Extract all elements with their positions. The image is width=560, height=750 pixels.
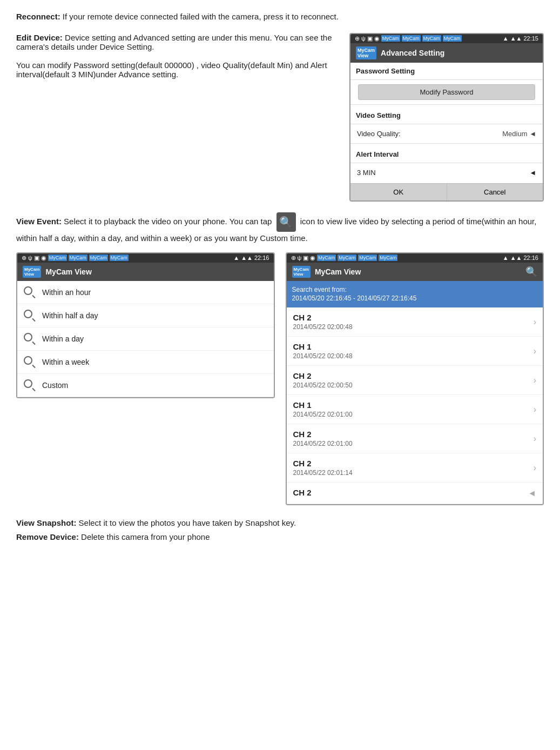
event-date-5: 2014/05/22 02:01:00 xyxy=(293,440,353,447)
event-ch-6: CH 2 xyxy=(293,459,353,468)
menu-label-5: Custom xyxy=(42,381,68,390)
statusbar-right: ▲ ▲▲ 22:15 xyxy=(503,35,538,42)
arrow-2: › xyxy=(534,346,536,356)
event-ch-3: CH 2 xyxy=(293,371,353,380)
statusbar-left-icons: ⊕ ψ ▣ ◉ MyCam MyCam MyCam MyCam xyxy=(355,35,462,42)
edit-device-text: Edit Device: Device setting and Advanced… xyxy=(16,33,333,202)
left-statusbar: ⊕ ψ ▣ ◉ MyCam MyCam MyCam MyCam ▲ ▲▲ 22:… xyxy=(17,253,274,263)
event-ch-4: CH 1 xyxy=(293,400,353,410)
arrow-4: › xyxy=(534,405,536,414)
advanced-setting-title: Advanced Setting xyxy=(381,49,444,57)
event-date-3: 2014/05/22 02:00:50 xyxy=(293,381,353,389)
edit-device-section: Edit Device: Device setting and Advanced… xyxy=(16,33,544,202)
right-logo: MyCamView xyxy=(292,266,311,278)
mycam-logo: MyCamView xyxy=(356,46,376,59)
left-phone-title: MyCam View xyxy=(45,267,91,276)
event-item-3[interactable]: CH 2 2014/05/22 02:00:50 › xyxy=(287,366,543,395)
ok-button[interactable]: OK xyxy=(350,184,447,200)
cancel-button[interactable]: Cancel xyxy=(447,184,543,200)
event-list: CH 2 2014/05/22 02:00:48 › CH 1 2014/05/… xyxy=(287,307,543,504)
phone-bottom-buttons: OK Cancel xyxy=(350,183,543,200)
view-snapshot-label: View Snapshot: xyxy=(16,518,76,527)
menu-item-1[interactable]: Within an hour xyxy=(17,281,274,304)
alert-interval-row: 3 MIN ◄ xyxy=(350,165,543,180)
event-date-2: 2014/05/22 02:00:48 xyxy=(293,352,353,360)
search-icon-1 xyxy=(24,286,36,298)
event-date-6: 2014/05/22 02:01:14 xyxy=(293,469,353,477)
divider4 xyxy=(350,143,543,144)
event-item-5[interactable]: CH 2 2014/05/22 02:01:00 › xyxy=(287,424,543,453)
event-search-bar: Search event from: 2014/05/20 22:16:45 -… xyxy=(287,281,543,308)
view-snapshot-text: View Snapshot: Select it to view the pho… xyxy=(16,516,544,530)
menu-label-2: Within half a day xyxy=(42,311,98,320)
view-event-label: View Event: xyxy=(16,216,62,225)
event-ch-7: CH 2 xyxy=(293,488,312,497)
left-phone-wrap: ⊕ ψ ▣ ◉ MyCam MyCam MyCam MyCam ▲ ▲▲ 22:… xyxy=(16,252,275,506)
event-item-7[interactable]: CH 2 ◄ xyxy=(287,483,543,504)
reconnect-text: Reconnect: If your remote device connect… xyxy=(16,11,544,23)
search-icon-5 xyxy=(24,379,36,391)
view-event-intro: View Event: Select it to playback the vi… xyxy=(16,212,544,245)
remove-device-text: Remove Device: Delete this camera from y… xyxy=(16,530,544,544)
arrow-1: › xyxy=(534,317,536,327)
event-item-1[interactable]: CH 2 2014/05/22 02:00:48 › xyxy=(287,307,543,337)
divider5 xyxy=(350,163,543,163)
event-ch-2: CH 1 xyxy=(293,342,353,351)
event-ch-1: CH 2 xyxy=(293,313,353,322)
edit-device-para2: You can modify Password setting(default … xyxy=(16,61,333,79)
divider3 xyxy=(350,124,543,124)
menu-item-5[interactable]: Custom xyxy=(17,374,274,397)
menu-label-1: Within an hour xyxy=(42,288,91,297)
edit-device-phone: ⊕ ψ ▣ ◉ MyCam MyCam MyCam MyCam ▲ ▲▲ 22:… xyxy=(349,33,544,202)
search-icon-3 xyxy=(24,333,36,345)
reconnect-label: Reconnect: xyxy=(16,12,60,21)
advanced-setting-screen: ⊕ ψ ▣ ◉ MyCam MyCam MyCam MyCam ▲ ▲▲ 22:… xyxy=(349,33,544,202)
event-item-6[interactable]: CH 2 2014/05/22 02:01:14 › xyxy=(287,453,543,483)
phone-statusbar: ⊕ ψ ▣ ◉ MyCam MyCam MyCam MyCam ▲ ▲▲ 22:… xyxy=(350,34,543,43)
arrow-6: › xyxy=(534,463,536,473)
right-phone-header: MyCamView MyCam View 🔍 xyxy=(287,263,543,281)
search-icon-4 xyxy=(24,356,36,368)
modify-password-button[interactable]: Modify Password xyxy=(358,84,535,100)
view-event-phones: ⊕ ψ ▣ ◉ MyCam MyCam MyCam MyCam ▲ ▲▲ 22:… xyxy=(16,252,544,506)
left-phone-screen: ⊕ ψ ▣ ◉ MyCam MyCam MyCam MyCam ▲ ▲▲ 22:… xyxy=(16,252,275,398)
menu-label-3: Within a day xyxy=(42,334,84,343)
left-logo: MyCamView xyxy=(23,266,41,278)
event-date-4: 2014/05/22 02:01:00 xyxy=(293,411,353,418)
edit-device-label: Edit Device: xyxy=(16,33,63,42)
alert-interval-value: 3 MIN xyxy=(357,169,376,177)
left-phone-header: MyCamView MyCam View xyxy=(17,263,274,281)
arrow-3: › xyxy=(534,376,536,385)
event-item-4[interactable]: CH 1 2014/05/22 02:01:00 › xyxy=(287,395,543,424)
bottom-text: View Snapshot: Select it to view the pho… xyxy=(16,516,544,544)
search-icon-inline: 🔍 xyxy=(276,212,296,232)
menu-item-2[interactable]: Within half a day xyxy=(17,304,274,327)
edit-device-para1: Edit Device: Device setting and Advanced… xyxy=(16,33,333,51)
right-phone-screen: ⊕ ψ ▣ ◉ MyCam MyCam MyCam MyCam ▲ ▲▲ 22:… xyxy=(286,252,544,506)
advanced-setting-content: Password Setting Modify Password Video S… xyxy=(350,63,543,200)
video-quality-row: Video Quality: Medium ◄ xyxy=(350,126,543,141)
alert-interval-label: Alert Interval xyxy=(350,146,543,160)
arrow-7: ◄ xyxy=(528,488,536,498)
remove-device-label: Remove Device: xyxy=(16,532,79,541)
left-phone-menu: Within an hour Within half a day Within … xyxy=(17,281,274,397)
advanced-setting-header: MyCamView Advanced Setting xyxy=(350,43,543,63)
event-ch-5: CH 2 xyxy=(293,430,353,439)
event-date-1: 2014/05/22 02:00:48 xyxy=(293,323,353,331)
divider1 xyxy=(350,79,543,80)
search-icon-2 xyxy=(24,310,36,322)
reconnect-section: Reconnect: If your remote device connect… xyxy=(16,11,544,23)
password-setting-label: Password Setting xyxy=(350,63,543,77)
right-statusbar: ⊕ ψ ▣ ◉ MyCam MyCam MyCam MyCam ▲ ▲▲ 22:… xyxy=(287,253,543,263)
video-quality-label: Video Quality: xyxy=(357,130,401,138)
video-setting-label: Video Setting xyxy=(350,107,543,122)
video-quality-value: Medium ◄ xyxy=(502,130,536,138)
menu-item-4[interactable]: Within a week xyxy=(17,351,274,374)
search-button[interactable]: 🔍 xyxy=(525,266,537,278)
event-item-2[interactable]: CH 1 2014/05/22 02:00:48 › xyxy=(287,337,543,366)
menu-label-4: Within a week xyxy=(42,358,89,366)
divider2 xyxy=(350,104,543,105)
menu-item-3[interactable]: Within a day xyxy=(17,327,274,351)
right-phone-title: MyCam View xyxy=(315,267,361,276)
right-phone-wrap: ⊕ ψ ▣ ◉ MyCam MyCam MyCam MyCam ▲ ▲▲ 22:… xyxy=(286,252,544,506)
